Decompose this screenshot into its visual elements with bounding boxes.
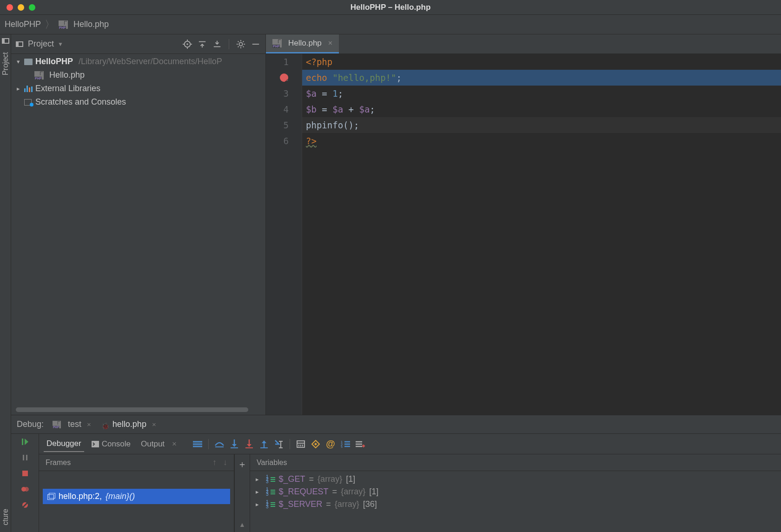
breadcrumb-sep: 〉 [45,18,55,32]
svg-rect-24 [22,439,23,445]
svg-rect-26 [23,455,24,460]
gutter-line-number[interactable]: 6 [266,133,289,149]
add-icon[interactable]: ＋ [238,458,247,471]
debug-panel: Debug: test × hello.php × [11,415,781,532]
stop-button[interactable] [20,468,30,479]
add-watch-icon[interactable] [355,439,365,449]
trace-icon[interactable] [311,439,321,449]
expand-all-icon[interactable] [197,39,207,49]
breadcrumb-project[interactable]: HelloPHP [5,20,41,29]
tree-root-row[interactable]: ▾ HelloPHP /Library/WebServer/Documents/… [11,55,265,68]
toolbar-separator [208,439,209,449]
evaluate-expression-icon[interactable] [296,439,306,449]
close-icon[interactable]: × [152,420,156,428]
tree-file-name: Hello.php [49,70,85,80]
svg-line-19 [238,41,239,42]
collapse-up-icon[interactable]: ▲ [239,521,245,528]
variable-count: [1] [369,487,378,497]
chevron-right-icon: ▸ [256,501,262,508]
tree-ext-libs-row[interactable]: ▸ External Libraries [11,82,265,95]
close-tab-icon[interactable]: × [328,39,332,47]
frame-next-icon[interactable]: ↓ [223,458,227,467]
output-tab[interactable]: Output [138,437,167,452]
debug-config-test[interactable]: test × [50,419,93,429]
pause-button[interactable] [20,452,30,463]
svg-text:3: 3 [341,446,343,448]
gutter-line-number[interactable]: 4 [266,101,289,117]
frames-header: Frames ↑ ↓ [39,454,234,471]
minimize-panel-icon[interactable] [251,39,261,49]
locate-icon[interactable] [182,39,192,49]
variable-type: {array} [335,499,359,509]
project-h-scrollbar[interactable] [16,407,261,412]
maximize-window-button[interactable] [29,4,35,11]
console-tab[interactable]: Console [89,437,133,452]
editor-body[interactable]: 123456 <?phpecho "hello,php!";$a = 1;$b … [266,54,781,415]
frames-vars-splitter[interactable]: ＋ ▲ [234,454,250,532]
force-step-into-icon[interactable] [244,439,254,449]
tree-file-row[interactable]: Hello.php [11,68,265,82]
project-tool-tab[interactable]: Project [0,47,11,80]
close-window-button[interactable] [7,4,13,11]
step-out-icon[interactable] [259,439,269,449]
resume-button[interactable] [20,437,30,447]
chevron-right-icon: ▸ [256,488,262,495]
frame-prev-icon[interactable]: ↑ [212,458,217,467]
bug-icon [101,421,109,428]
project-view-icon [16,40,23,48]
code-line[interactable]: $a = 1; [302,86,781,101]
step-over-icon[interactable] [214,439,225,449]
show-execution-point-icon[interactable] [192,439,203,449]
window-title: HelloPHP – Hello.php [351,3,431,12]
php-file-icon [272,39,282,47]
debug-config-hello[interactable]: hello.php × [99,419,158,429]
gutter-line-number[interactable]: 5 [266,117,289,133]
variable-row[interactable]: ▸123$_REQUEST = {array} [1] [250,485,781,498]
code-line[interactable]: <?php [302,54,781,70]
collapse-all-icon[interactable] [212,39,222,49]
gutter-line-number[interactable]: 1 [266,54,289,70]
sort-vars-icon[interactable]: 123 [340,439,351,449]
titlebar: HelloPHP – Hello.php [0,0,781,15]
mute-breakpoints-button[interactable] [20,500,30,510]
at-icon[interactable]: @ [325,439,336,449]
variable-row[interactable]: ▸123$_GET = {array} [1] [250,473,781,485]
code-line[interactable]: $b = $a + $a; [302,101,781,117]
debugger-tab[interactable]: Debugger [44,436,84,452]
code-line[interactable]: phpinfo(); [302,117,781,133]
scratches-icon [24,99,33,106]
gear-icon[interactable] [236,39,246,49]
editor-gutter[interactable]: 123456 [266,54,302,415]
stack-frame-icon [47,493,55,500]
svg-line-21 [238,46,239,47]
step-into-icon[interactable] [229,439,239,449]
structure-tool-tab[interactable]: cture [0,504,11,530]
stack-frame-row[interactable]: hello.php:2, {main}() [43,489,230,504]
variable-row[interactable]: ▸123$_SERVER = {array} [36] [250,498,781,511]
php-file-icon [53,420,61,428]
svg-point-14 [239,42,242,46]
debug-toolbar: Debugger Console Output × [39,434,781,454]
minimize-window-button[interactable] [18,4,24,11]
close-icon[interactable]: × [87,420,91,428]
close-output-icon[interactable]: × [172,439,177,449]
array-type-icon: 123 [266,501,275,508]
debug-config-label: hello.php [113,419,146,429]
run-to-cursor-icon[interactable] [274,439,284,449]
project-tree: ▾ HelloPHP /Library/WebServer/Documents/… [11,54,265,415]
breadcrumb-file[interactable]: Hello.php [73,20,109,29]
editor-code[interactable]: <?phpecho "hello,php!";$a = 1;$b = $a + … [302,54,781,415]
svg-rect-1 [2,39,5,43]
svg-line-20 [243,46,244,47]
tree-scratches-row[interactable]: Scratches and Consoles [11,95,265,109]
svg-rect-33 [92,441,99,447]
project-tool-icon[interactable] [2,37,9,45]
code-line[interactable]: echo "hello,php!"; [302,70,781,86]
chevron-right-icon: ▸ [15,85,21,92]
project-panel-title[interactable]: Project ▼ [28,39,63,49]
breakpoint-icon[interactable] [280,73,288,82]
code-line[interactable]: ?> [302,133,781,149]
editor-tab-hello[interactable]: Hello.php × [266,34,339,53]
svg-rect-28 [22,471,28,476]
view-breakpoints-button[interactable] [20,484,30,494]
